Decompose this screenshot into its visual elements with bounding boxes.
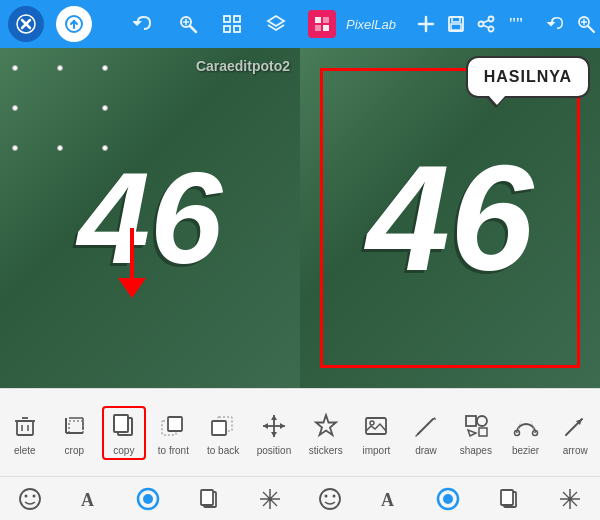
undo-right-button[interactable] (546, 8, 566, 40)
quote-button[interactable]: " " (506, 8, 526, 40)
copy-icon (108, 410, 140, 442)
draw-label: draw (415, 445, 437, 456)
copy-tool[interactable]: copy (102, 406, 146, 460)
tool-row: elete crop (0, 389, 300, 476)
right-nav-copy[interactable] (496, 486, 522, 512)
bezier-tool[interactable]: bezier (504, 406, 548, 460)
app-icon[interactable] (8, 6, 44, 42)
nav-shape[interactable] (135, 486, 161, 512)
svg-rect-23 (69, 421, 83, 433)
svg-rect-14 (17, 421, 33, 435)
to-front-tool[interactable]: to front (151, 406, 195, 460)
left-bottom-toolbar: elete crop (0, 388, 300, 476)
position-icon (258, 410, 290, 442)
red-arrow-indicator (118, 228, 146, 298)
svg-rect-27 (168, 417, 182, 431)
right-top-toolbar: PixelLab (300, 0, 600, 48)
import-tool[interactable]: import (354, 406, 398, 460)
svg-point-60 (478, 22, 483, 27)
svg-rect-52 (323, 25, 329, 31)
import-label: import (362, 445, 390, 456)
bezier-label: bezier (512, 445, 539, 456)
delete-label: elete (14, 445, 36, 456)
nav-text[interactable]: A (78, 488, 100, 510)
svg-marker-32 (271, 415, 277, 420)
grid-button[interactable] (216, 8, 248, 40)
right-canvas: HASILNYA 46 (300, 48, 600, 388)
stickers-label: stickers (309, 445, 343, 456)
draw-tool[interactable]: draw (404, 406, 448, 460)
left-nav-bar: A (0, 476, 300, 520)
svg-line-61 (483, 20, 489, 23)
shapes-label: shapes (460, 445, 492, 456)
right-bottom-toolbar: stickers import (300, 388, 600, 476)
svg-marker-33 (271, 432, 277, 437)
svg-point-80 (477, 416, 487, 426)
right-panel: PixelLab (300, 0, 600, 520)
svg-point-58 (488, 17, 493, 22)
svg-rect-9 (224, 16, 230, 22)
draw-icon (410, 410, 442, 442)
svg-rect-25 (114, 415, 128, 432)
svg-point-90 (325, 494, 328, 497)
share-button[interactable] (476, 8, 496, 40)
svg-marker-74 (316, 415, 336, 435)
save-button[interactable] (446, 8, 466, 40)
secondary-icon[interactable] (56, 6, 92, 42)
to-back-label: to back (207, 445, 239, 456)
layers-button[interactable] (260, 8, 292, 40)
left-panel: Caraeditpoto2 46 (0, 0, 300, 520)
svg-text:": " (515, 15, 524, 32)
right-nav-shape[interactable] (435, 486, 461, 512)
number-display-right: 46 (367, 132, 534, 305)
nav-sticker[interactable] (17, 486, 43, 512)
position-tool[interactable]: position (251, 406, 297, 460)
svg-marker-81 (468, 430, 476, 436)
right-nav-sparkle[interactable] (557, 486, 583, 512)
right-tool-row: stickers import (300, 389, 600, 476)
svg-rect-50 (323, 17, 329, 23)
add-button[interactable] (416, 8, 436, 40)
svg-point-89 (320, 489, 340, 509)
selection-overlay (15, 68, 105, 148)
svg-rect-82 (479, 428, 487, 436)
svg-point-36 (20, 489, 40, 509)
left-top-toolbar (0, 0, 300, 48)
bezier-icon (510, 410, 542, 442)
svg-line-66 (588, 26, 594, 32)
pixellab-icon[interactable] (308, 10, 336, 38)
svg-rect-51 (315, 25, 321, 31)
zoom-button[interactable] (172, 8, 204, 40)
svg-rect-96 (501, 490, 513, 505)
watermark-text: Caraeditpoto2 (196, 58, 290, 74)
svg-point-41 (143, 494, 153, 504)
crop-tool[interactable]: crop (52, 406, 96, 460)
right-nav-text[interactable]: A (378, 488, 400, 510)
to-back-tool[interactable]: to back (201, 406, 245, 460)
delete-tool[interactable]: elete (3, 406, 47, 460)
right-nav-sticker[interactable] (317, 486, 343, 512)
shapes-tool[interactable]: shapes (454, 406, 498, 460)
import-icon (360, 410, 392, 442)
undo-button[interactable] (128, 8, 160, 40)
svg-rect-79 (466, 416, 476, 426)
svg-line-78 (416, 434, 418, 436)
number-display: 46 (78, 143, 223, 293)
right-nav-bar: A (300, 476, 600, 520)
to-back-icon (207, 410, 239, 442)
svg-line-6 (190, 26, 196, 32)
position-label: position (257, 445, 291, 456)
svg-marker-34 (263, 423, 268, 429)
copy-label: copy (113, 445, 134, 456)
svg-marker-13 (268, 16, 284, 26)
arrow-tool[interactable]: arrow (553, 406, 597, 460)
nav-copy-nav[interactable] (196, 486, 222, 512)
zoom-right-button[interactable] (576, 8, 596, 40)
svg-rect-10 (234, 16, 240, 22)
svg-rect-75 (366, 418, 386, 434)
nav-sparkle[interactable] (257, 486, 283, 512)
svg-line-62 (483, 25, 489, 28)
stickers-tool[interactable]: stickers (303, 406, 349, 460)
svg-line-77 (418, 419, 433, 434)
svg-rect-29 (212, 421, 226, 435)
